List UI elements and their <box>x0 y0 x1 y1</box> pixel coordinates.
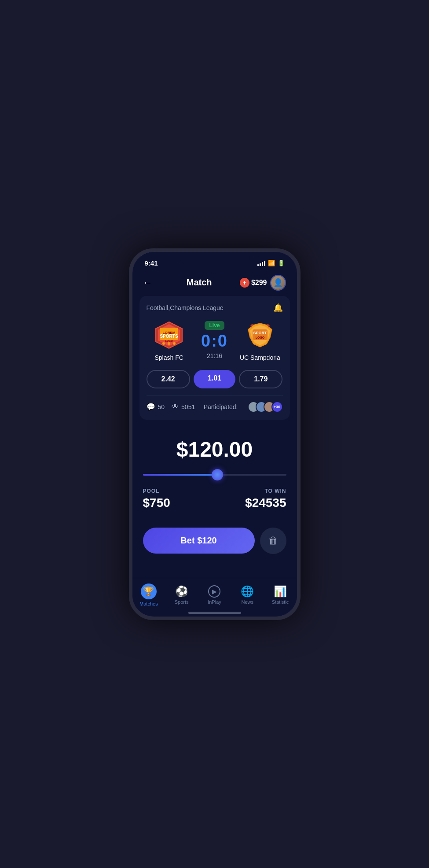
svg-point-6 <box>162 342 165 345</box>
card-header: Football,Champions League 🔔 <box>147 303 283 313</box>
bet-amount: $120.00 <box>143 437 286 462</box>
odds-row: 2.42 1.01 1.79 <box>147 370 283 388</box>
bet-btn-row: Bet $120 🗑 <box>143 528 286 554</box>
participated-label: Participated: <box>204 403 238 410</box>
back-button[interactable]: ← <box>143 277 159 288</box>
slider-track <box>143 474 286 476</box>
team-home-name: Splash FC <box>154 354 183 361</box>
plus-icon: + <box>240 278 249 288</box>
bet-button[interactable]: Bet $120 <box>143 528 255 554</box>
svg-text:LOGO: LOGO <box>256 336 265 339</box>
inplay-icon: ▶ <box>208 585 220 598</box>
avatar-image: 👤 <box>271 276 285 290</box>
bet-slider[interactable] <box>143 474 286 476</box>
phone-screen: 9:41 📶 🔋 ← Match + $299 <box>132 252 297 617</box>
team-home-logo: LOREM SPORTS LOGO <box>154 320 184 351</box>
trash-icon: 🗑 <box>268 535 278 547</box>
bell-icon[interactable]: 🔔 <box>273 303 283 313</box>
statistic-icon: 📊 <box>274 585 287 598</box>
pool-block: POOL $750 <box>143 488 170 510</box>
nav-matches[interactable]: 🏆 Matches <box>136 584 162 606</box>
slider-fill <box>143 474 218 476</box>
team-home: LOREM SPORTS LOGO Splash FC <box>147 320 192 361</box>
news-icon: 🌐 <box>241 585 254 598</box>
statistic-label: Statistic <box>272 599 289 605</box>
header: ← Match + $299 👤 <box>132 271 297 296</box>
news-label: News <box>242 599 254 605</box>
pool-value: $750 <box>143 496 170 510</box>
home-indicator <box>188 612 241 614</box>
trash-button[interactable]: 🗑 <box>260 528 286 554</box>
matches-icon: 🏆 <box>143 586 154 597</box>
views-stat: 👁 5051 <box>172 403 195 411</box>
match-card: Football,Champions League 🔔 LOREM SPO <box>139 296 290 420</box>
comment-icon: 💬 <box>147 403 155 411</box>
odds-draw-btn[interactable]: 1.01 <box>194 370 235 388</box>
header-right: + $299 👤 <box>240 275 286 291</box>
league-name: Football,Champions League <box>147 304 224 311</box>
odds-away-btn[interactable]: 1.79 <box>239 370 282 388</box>
match-center: LOREM SPORTS LOGO Splash FC Liv <box>147 320 283 361</box>
team-away: SPORT LOGO UC Sampdoria <box>237 320 282 361</box>
team-away-name: UC Sampdoria <box>240 354 280 361</box>
to-win-value: $24535 <box>245 496 286 510</box>
win-block: TO WIN $24535 <box>245 488 286 510</box>
comments-count: 50 <box>158 403 165 410</box>
slider-thumb[interactable] <box>212 469 223 480</box>
bottom-nav: 🏆 Matches ⚽ Sports ▶ InPlay 🌐 News 📊 Sta… <box>132 578 297 610</box>
nav-statistic[interactable]: 📊 Statistic <box>267 585 293 605</box>
svg-text:SPORT: SPORT <box>253 331 267 335</box>
views-count: 5051 <box>181 403 195 410</box>
to-win-label: TO WIN <box>264 488 286 494</box>
bet-section: $120.00 POOL $750 TO WIN <box>139 428 290 572</box>
sports-icon: ⚽ <box>175 585 188 598</box>
nav-news[interactable]: 🌐 News <box>234 585 260 605</box>
notch <box>180 252 250 265</box>
status-icons: 📶 🔋 <box>257 260 285 266</box>
nav-sports[interactable]: ⚽ Sports <box>169 585 195 605</box>
participant-more: +30 <box>271 401 283 413</box>
score-display: 0:0 <box>201 332 228 351</box>
wifi-icon: 📶 <box>268 260 275 266</box>
participants-avatars: +30 <box>248 401 283 413</box>
matches-label: Matches <box>139 601 158 606</box>
svg-text:SPORTS: SPORTS <box>160 334 178 339</box>
pool-win-row: POOL $750 TO WIN $24535 <box>143 488 286 510</box>
battery-icon: 🔋 <box>278 260 285 266</box>
phone-frame: 9:41 📶 🔋 ← Match + $299 <box>129 248 301 620</box>
pool-label: POOL <box>143 488 170 494</box>
page-title: Match <box>187 277 212 288</box>
nav-inplay[interactable]: ▶ InPlay <box>201 585 227 605</box>
eye-icon: 👁 <box>172 403 179 411</box>
score-center: Live 0:0 21:16 <box>192 321 237 359</box>
match-time: 21:16 <box>207 352 222 359</box>
svg-text:LOGO: LOGO <box>165 340 173 342</box>
odds-home-btn[interactable]: 2.42 <box>147 370 190 388</box>
signal-icon <box>257 261 265 266</box>
inplay-label: InPlay <box>208 599 221 605</box>
live-badge: Live <box>205 321 224 330</box>
svg-point-8 <box>173 342 176 345</box>
comments-stat: 💬 50 <box>147 403 165 411</box>
card-footer: 💬 50 👁 5051 Participated: +30 <box>147 395 283 413</box>
sports-label: Sports <box>175 599 189 605</box>
status-time: 9:41 <box>145 259 158 267</box>
team-away-logo: SPORT LOGO <box>245 320 275 351</box>
add-balance[interactable]: + $299 <box>240 278 267 288</box>
balance-amount: $299 <box>251 279 267 287</box>
main-content: Football,Champions League 🔔 LOREM SPO <box>132 296 297 578</box>
matches-icon-wrapper: 🏆 <box>141 584 157 599</box>
avatar[interactable]: 👤 <box>270 275 286 291</box>
svg-point-7 <box>168 342 170 345</box>
